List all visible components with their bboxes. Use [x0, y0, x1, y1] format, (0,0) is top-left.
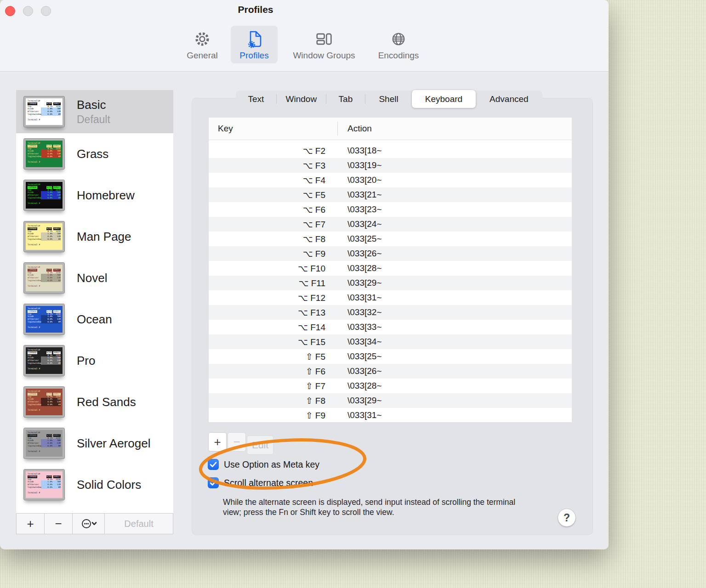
titlebar: Profiles GeneralProfilesWindow GroupsEnc…: [0, 0, 609, 72]
table-body: ⌥ F2\033[18~⌥ F3\033[19~⌥ F4\033[20~⌥ F5…: [209, 143, 572, 423]
shortcut-row[interactable]: ⇧ F6\033[26~: [209, 364, 572, 379]
toolbar-item-general[interactable]: General: [182, 26, 222, 63]
column-header-action[interactable]: Action: [347, 124, 372, 134]
add-profile-button[interactable]: +: [17, 514, 45, 534]
shortcut-action: \033[28~: [337, 263, 382, 273]
toolbar-item-label: Encodings: [378, 51, 419, 61]
shortcut-action: \033[26~: [337, 366, 382, 376]
profile-row-grass[interactable]: Terminal1#COMMAND%CPURPRVTtop4.1%231KXco…: [16, 133, 173, 175]
edit-shortcut-button[interactable]: Edit: [247, 435, 273, 455]
tab-text[interactable]: Text: [236, 90, 276, 107]
profile-thumbnail: Terminal1#COMMAND%CPURPRVTtop4.1%231KXco…: [24, 387, 64, 417]
shortcut-row[interactable]: ⌥ F14\033[33~: [209, 320, 572, 334]
shortcut-action: \033[29~: [337, 396, 382, 406]
shortcut-action: \033[28~: [337, 381, 382, 391]
shortcut-row[interactable]: ⌥ F11\033[29~: [209, 276, 572, 290]
shortcut-key: ⌥ F3: [209, 160, 337, 171]
profile-thumbnail: Terminal1#COMMAND%CPURPRVTtop4.1%231KXco…: [24, 428, 64, 458]
remove-shortcut-button[interactable]: −: [228, 432, 246, 452]
shortcut-row[interactable]: ⌥ F5\033[21~: [209, 187, 572, 202]
shortcut-row[interactable]: ⇧ F7\033[28~: [209, 379, 572, 393]
shortcut-key: ⇧ F8: [209, 396, 337, 406]
toolbar-item-label: Window Groups: [293, 51, 355, 61]
profile-row-red-sands[interactable]: Terminal1#COMMAND%CPURPRVTtop4.1%231KXco…: [16, 381, 173, 423]
shortcut-key: ⌥ F7: [209, 219, 337, 230]
profile-actions-button[interactable]: [73, 514, 105, 534]
profile-list-footer: + − Default: [16, 513, 173, 534]
shortcut-action: \033[25~: [337, 351, 382, 362]
profile-name: Solid Colors: [77, 478, 141, 492]
scroll-alternate-screen-checkbox[interactable]: Scroll alternate screen: [208, 477, 313, 488]
profile-row-ocean[interactable]: Terminal1#COMMAND%CPURPRVTtop4.1%231KXco…: [16, 299, 173, 340]
column-header-key[interactable]: Key: [209, 124, 233, 134]
profile-row-man-page[interactable]: Terminal1#COMMAND%CPURPRVTtop4.1%231KXco…: [16, 216, 173, 257]
tab-tab[interactable]: Tab: [326, 90, 365, 107]
checkbox-label: Use Option as Meta key: [224, 459, 319, 470]
shortcut-row[interactable]: ⌥ F9\033[26~: [209, 246, 572, 261]
shortcut-action: \033[31~: [337, 410, 382, 420]
profile-row-homebrew[interactable]: Terminal1#COMMAND%CPURPRVTtop4.1%231KXco…: [16, 175, 173, 216]
shortcut-row[interactable]: ⇧ F9\033[31~: [209, 408, 572, 423]
toolbar-item-encodings[interactable]: Encodings: [371, 26, 426, 63]
profile-row-novel[interactable]: Terminal1#COMMAND%CPURPRVTtop4.1%231KXco…: [16, 257, 173, 299]
shortcut-row[interactable]: ⌥ F6\033[23~: [209, 202, 572, 217]
shortcut-action: \033[25~: [337, 234, 382, 244]
shortcut-row[interactable]: ⇧ F8\033[29~: [209, 393, 572, 408]
tab-keyboard[interactable]: Keyboard: [412, 90, 475, 108]
toolbar-item-window-groups[interactable]: Window Groups: [285, 26, 363, 63]
shortcut-action: \033[23~: [337, 204, 382, 215]
profile-name: Homebrew: [77, 188, 135, 203]
shortcut-row[interactable]: ⌥ F3\033[19~: [209, 158, 572, 173]
help-button[interactable]: ?: [558, 509, 575, 526]
default-profile-button[interactable]: Default: [105, 514, 173, 534]
profile-row-solid-colors[interactable]: Terminal1#COMMAND%CPURPRVTtop4.1%231KXco…: [16, 464, 173, 505]
profile-row-basic[interactable]: Terminal1#COMMAND%CPURPRVTtop4.1%231KXco…: [16, 90, 173, 133]
shortcut-row[interactable]: ⌥ F10\033[28~: [209, 261, 572, 276]
toolbar-item-profiles[interactable]: Profiles: [231, 26, 278, 63]
alternate-screen-help-text: While the alternate screen is displayed,…: [223, 497, 526, 517]
tab-window[interactable]: Window: [277, 90, 326, 107]
more-menu-icon: [80, 518, 97, 530]
profile-row-silver-aerogel[interactable]: Terminal1#COMMAND%CPURPRVTtop4.1%231KXco…: [16, 423, 173, 464]
shortcut-row[interactable]: ⌥ F4\033[20~: [209, 173, 572, 187]
use-option-as-meta-key-checkbox[interactable]: Use Option as Meta key: [208, 459, 319, 470]
shortcut-row[interactable]: ⌥ F7\033[24~: [209, 217, 572, 232]
toolbar-item-label: Profiles: [239, 51, 268, 61]
shortcut-key: ⇧ F9: [209, 410, 337, 421]
table-header[interactable]: Key Action: [209, 118, 572, 140]
checkbox-checked-icon[interactable]: [208, 477, 219, 488]
profile-thumbnail: Terminal1#COMMAND%CPURPRVTtop4.1%231KXco…: [24, 96, 64, 127]
profile-thumbnail: Terminal1#COMMAND%CPURPRVTtop4.1%231KXco…: [24, 139, 64, 169]
shortcut-row[interactable]: ⌥ F12\033[31~: [209, 290, 572, 305]
shortcut-action: \033[32~: [337, 307, 382, 317]
shortcut-key: ⌥ F14: [209, 322, 337, 333]
shortcut-key: ⌥ F15: [209, 337, 337, 347]
checkbox-checked-icon[interactable]: [208, 459, 219, 470]
window-title: Profiles: [0, 4, 511, 15]
shortcut-action: \033[34~: [337, 337, 382, 347]
profile-thumbnail: Terminal1#COMMAND%CPURPRVTtop4.1%231KXco…: [24, 221, 64, 252]
add-shortcut-button[interactable]: +: [208, 432, 227, 452]
profile-thumbnail: Terminal1#COMMAND%CPURPRVTtop4.1%231KXco…: [24, 469, 64, 500]
shortcut-row[interactable]: ⌥ F8\033[25~: [209, 232, 572, 246]
toolbar-item-label: General: [187, 51, 218, 61]
shortcut-action: \033[20~: [337, 175, 382, 185]
profile-name: Novel: [77, 271, 107, 285]
shortcut-actions: + − Edit: [208, 432, 273, 455]
globe-icon: [390, 28, 407, 50]
shortcut-action: \033[26~: [337, 249, 382, 259]
profile-thumbnail: Terminal1#COMMAND%CPURPRVTtop4.1%231KXco…: [24, 345, 64, 376]
tab-advanced[interactable]: Advanced: [476, 90, 542, 107]
shortcut-key: ⌥ F10: [209, 263, 337, 274]
shortcut-row[interactable]: ⌥ F2\033[18~: [209, 143, 572, 158]
shortcut-row[interactable]: ⌥ F15\033[34~: [209, 334, 572, 349]
profile-name: Basic: [77, 98, 110, 112]
remove-profile-button[interactable]: −: [45, 514, 73, 534]
tab-shell[interactable]: Shell: [365, 90, 412, 107]
profile-row-pro[interactable]: Terminal1#COMMAND%CPURPRVTtop4.1%231KXco…: [16, 340, 173, 381]
shortcut-key: ⇧ F7: [209, 381, 337, 391]
shortcut-row[interactable]: ⌥ F13\033[32~: [209, 305, 572, 320]
shortcut-row[interactable]: ⇧ F5\033[25~: [209, 349, 572, 364]
profile-settings-panel: Key Action ⌥ F2\033[18~⌥ F3\033[19~⌥ F4\…: [192, 98, 593, 535]
shortcut-action: \033[18~: [337, 146, 382, 156]
